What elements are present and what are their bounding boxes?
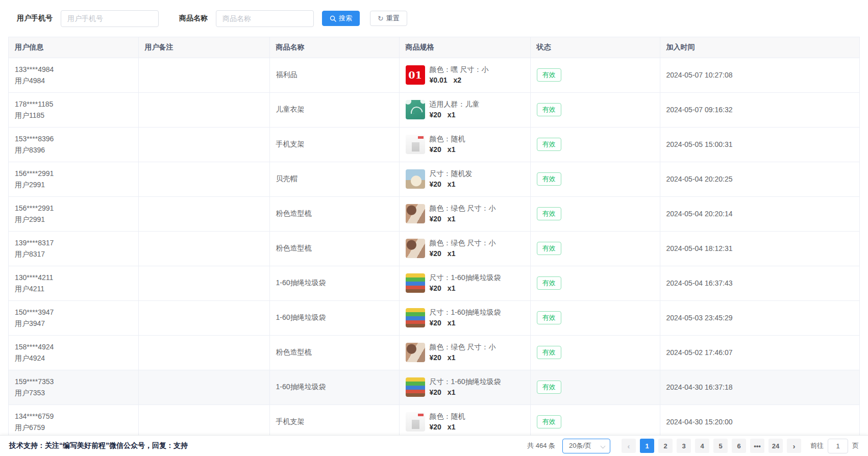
- user-info-cell: 133****4984 用户4984: [9, 58, 138, 92]
- prev-page-button[interactable]: ‹: [622, 439, 636, 453]
- product-name-input[interactable]: [216, 10, 314, 27]
- col-header-product-name: 商品名称: [269, 37, 399, 58]
- ellipsis-page-button[interactable]: •••: [750, 439, 764, 453]
- table-row: 178****1185 用户1185 儿童衣架 适用人群：儿童 ¥20x1 有效…: [9, 92, 859, 127]
- page-size-select[interactable]: 20条/页: [562, 439, 610, 453]
- table-row: 156****2991 用户2991 贝壳帽 尺寸：随机发 ¥20x1 有效 2…: [9, 162, 859, 196]
- spec-text: 尺寸：随机发: [430, 168, 473, 179]
- goto-wrap: 前往 页: [810, 439, 859, 453]
- user-phone: 158****4924: [15, 341, 132, 352]
- page-button-6[interactable]: 6: [732, 439, 746, 453]
- add-time-cell: 2024-05-02 17:46:07: [660, 335, 859, 370]
- search-button[interactable]: 搜索: [322, 11, 360, 26]
- user-nickname: 用户2991: [15, 214, 132, 225]
- product-name-cell: 1-60抽绳垃圾袋: [269, 300, 399, 335]
- user-nickname: 用户6759: [15, 422, 132, 433]
- cart-table: 用户信息 用户备注 商品名称 商品规格 状态 加入时间 133****4984 …: [8, 37, 860, 440]
- user-remark-cell: [138, 58, 269, 92]
- price-text: ¥20: [430, 423, 441, 431]
- price-text: ¥20: [430, 180, 441, 188]
- reset-button-label: 重置: [386, 14, 400, 23]
- next-page-button[interactable]: ›: [787, 439, 801, 453]
- status-cell: 有效: [530, 266, 660, 300]
- page-button-2[interactable]: 2: [658, 439, 673, 453]
- reset-button[interactable]: ↻ 重置: [370, 11, 407, 26]
- goto-page-input[interactable]: [828, 439, 848, 453]
- user-remark-cell: [138, 162, 269, 196]
- product-image: [406, 377, 425, 397]
- quantity-text: x1: [448, 180, 456, 188]
- add-time-cell: 2024-05-04 20:20:25: [660, 162, 859, 196]
- price-text: ¥20: [430, 215, 441, 223]
- product-spec-cell: 尺寸：1-60抽绳垃圾袋 ¥20x1: [399, 266, 530, 300]
- spec-text: 颜色：随机: [430, 134, 465, 144]
- page-button-1[interactable]: 1: [640, 439, 654, 453]
- user-nickname: 用户1185: [15, 110, 132, 121]
- status-cell: 有效: [530, 231, 660, 266]
- table-row: 133****4984 用户4984 福利品 颜色：嘿 尺寸：小 ¥0.01x2…: [9, 58, 859, 92]
- product-image: [406, 308, 425, 327]
- add-time-cell: 2024-05-05 15:00:31: [660, 127, 859, 162]
- page-button-3[interactable]: 3: [677, 439, 691, 453]
- quantity-text: x1: [448, 388, 456, 396]
- last-page-button[interactable]: 24: [768, 439, 783, 453]
- quantity-text: x1: [448, 145, 456, 154]
- user-phone: 150****3947: [15, 307, 132, 318]
- add-time-cell: 2024-04-30 16:37:18: [660, 370, 859, 404]
- user-info-cell: 156****2991 用户2991: [9, 162, 138, 196]
- user-phone: 156****2991: [15, 168, 132, 179]
- quantity-text: x1: [448, 111, 456, 119]
- user-info-cell: 150****3947 用户3947: [9, 300, 138, 335]
- col-header-product-spec: 商品规格: [399, 37, 530, 58]
- product-spec-cell: 颜色：嘿 尺寸：小 ¥0.01x2: [399, 58, 530, 92]
- status-cell: 有效: [530, 162, 660, 196]
- status-cell: 有效: [530, 404, 660, 439]
- table-row: 156****2991 用户2991 粉色造型梳 颜色：绿色 尺寸：小 ¥20x…: [9, 196, 859, 231]
- product-name-cell: 粉色造型梳: [269, 196, 399, 231]
- col-header-user-remark: 用户备注: [138, 37, 269, 58]
- status-badge: 有效: [537, 415, 561, 428]
- page-button-4[interactable]: 4: [695, 439, 709, 453]
- table-row: 150****3947 用户3947 1-60抽绳垃圾袋 尺寸：1-60抽绳垃圾…: [9, 300, 859, 335]
- phone-input[interactable]: [61, 10, 159, 27]
- spec-text: 颜色：绿色 尺寸：小: [430, 238, 496, 248]
- user-remark-cell: [138, 231, 269, 266]
- user-nickname: 用户2991: [15, 179, 132, 190]
- table-header-row: 用户信息 用户备注 商品名称 商品规格 状态 加入时间: [9, 37, 859, 58]
- support-text: 技术支持：关注“编写美好前程”微信公众号，回复：支持: [9, 441, 188, 450]
- page-button-5[interactable]: 5: [713, 439, 728, 453]
- product-image: [406, 343, 425, 362]
- spec-text: 适用人群：儿童: [430, 99, 480, 110]
- user-nickname: 用户8317: [15, 248, 132, 260]
- add-time-cell: 2024-05-07 09:16:32: [660, 92, 859, 127]
- table-row: 130****4211 用户4211 1-60抽绳垃圾袋 尺寸：1-60抽绳垃圾…: [9, 266, 859, 300]
- pager-pages: 123456: [638, 439, 748, 453]
- status-cell: 有效: [530, 58, 660, 92]
- status-badge: 有效: [537, 276, 561, 290]
- status-badge: 有效: [537, 138, 561, 151]
- user-info-cell: 153****8396 用户8396: [9, 127, 138, 162]
- status-cell: 有效: [530, 127, 660, 162]
- product-name-label: 商品名称: [179, 14, 208, 23]
- product-spec-cell: 尺寸：1-60抽绳垃圾袋 ¥20x1: [399, 370, 530, 404]
- col-header-status: 状态: [530, 37, 660, 58]
- product-name-cell: 粉色造型梳: [269, 335, 399, 370]
- user-info-cell: 139****8317 用户8317: [9, 231, 138, 266]
- refresh-icon: ↻: [378, 15, 384, 22]
- goto-label: 前往: [810, 441, 824, 450]
- user-phone: 134****6759: [15, 411, 132, 422]
- status-badge: 有效: [537, 103, 561, 116]
- spec-text: 颜色：绿色 尺寸：小: [430, 342, 496, 352]
- product-name-cell: 1-60抽绳垃圾袋: [269, 266, 399, 300]
- table-body: 133****4984 用户4984 福利品 颜色：嘿 尺寸：小 ¥0.01x2…: [9, 58, 859, 439]
- quantity-text: x1: [448, 423, 456, 431]
- user-phone: 130****4211: [15, 272, 132, 283]
- product-spec-cell: 适用人群：儿童 ¥20x1: [399, 92, 530, 127]
- quantity-text: x1: [448, 249, 456, 258]
- user-remark-cell: [138, 266, 269, 300]
- product-name-cell: 1-60抽绳垃圾袋: [269, 370, 399, 404]
- footer-bar: 技术支持：关注“编写美好前程”微信公众号，回复：支持 共 464 条 20条/页…: [0, 435, 868, 456]
- product-spec-cell: 颜色：随机 ¥20x1: [399, 404, 530, 439]
- price-text: ¥0.01: [430, 76, 448, 84]
- user-nickname: 用户4924: [15, 352, 132, 364]
